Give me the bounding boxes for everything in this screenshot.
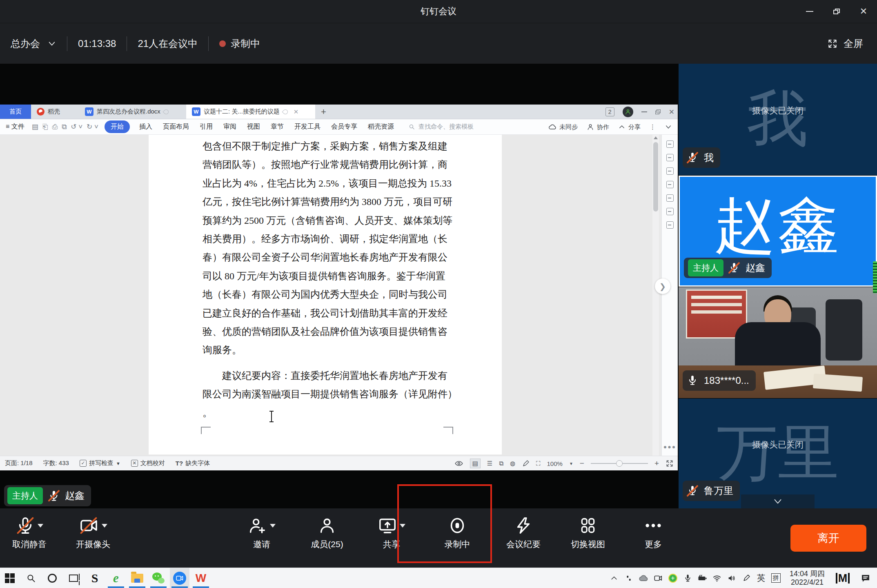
file-explorer-button[interactable] (127, 568, 147, 588)
new-tab-button[interactable]: + (315, 105, 332, 119)
ink-icon[interactable] (522, 460, 530, 468)
menu-file[interactable]: ≡ 文件 (6, 122, 24, 131)
tray-settings-icon[interactable] (621, 568, 636, 588)
cloud-sync-button[interactable]: 未同步 (548, 123, 578, 131)
start-button[interactable] (0, 568, 20, 588)
missing-font-button[interactable]: T? 缺失字体 (176, 459, 210, 467)
more-button[interactable]: 更多 (623, 514, 684, 550)
document-page[interactable]: 包含但不限于制定推广方案，采购方案，销售方案及组建 营销团队等）。按照地产行业常… (149, 135, 502, 454)
participant-tile-luwanli[interactable]: 万里 摄像头已关闭 鲁万里 (679, 399, 877, 508)
members-button[interactable]: 成员(25) (296, 514, 358, 550)
meeting-name-dropdown[interactable]: 总办会 (11, 37, 56, 50)
collaborate-button[interactable]: 协作 (587, 123, 609, 131)
zoom-percent[interactable]: 100% (547, 460, 563, 467)
web-view-icon[interactable]: ◍ (510, 460, 515, 467)
participant-tile-host[interactable]: 赵鑫 主持人 赵鑫 (679, 176, 877, 287)
caret-down-icon[interactable] (38, 524, 43, 528)
tray-wifi-icon[interactable] (710, 568, 724, 588)
menu-member[interactable]: 会员专享 (331, 122, 357, 131)
tray-m-app-icon[interactable]: M (831, 568, 854, 588)
maximize-restore-button[interactable] (823, 0, 850, 23)
ime-language-button[interactable]: 英 (754, 568, 768, 588)
caret-down-icon[interactable] (102, 524, 107, 528)
more-vertical-icon[interactable]: ⋮ (650, 123, 656, 131)
scrollbar-thumb[interactable] (653, 142, 658, 212)
wps-tab-document-1[interactable]: W 第四次总办会议程.docx (79, 105, 186, 119)
leave-meeting-button[interactable]: 离开 (790, 525, 866, 552)
action-center-button[interactable] (854, 568, 877, 588)
print-icon[interactable]: ⎙ (52, 123, 58, 131)
wechat-button[interactable] (149, 568, 168, 588)
eye-icon[interactable] (454, 459, 463, 468)
invite-button[interactable]: 邀请 (231, 514, 292, 550)
wps-account-avatar[interactable] (623, 107, 633, 117)
side-tool-icon[interactable] (666, 221, 674, 229)
camera-on-button[interactable]: 开摄像头 (62, 514, 124, 550)
side-tool-icon[interactable] (666, 167, 674, 175)
side-more-icon[interactable]: ●●● (662, 443, 678, 450)
wps-close-icon[interactable]: ✕ (669, 108, 674, 116)
tab-close-icon[interactable]: ✕ (294, 108, 299, 116)
tray-expand-button[interactable] (607, 568, 621, 588)
save-icon[interactable]: ▤ (32, 122, 38, 131)
cortana-button[interactable] (42, 568, 62, 588)
tray-battery-icon[interactable] (695, 568, 710, 588)
tray-cloud-icon[interactable] (636, 568, 651, 588)
meeting-minutes-button[interactable]: 会议纪要 (493, 514, 554, 550)
zoom-slider-thumb[interactable] (616, 460, 623, 467)
share-button[interactable]: 分享 (618, 123, 641, 131)
export-icon[interactable]: ⎗ (42, 123, 48, 131)
spell-check-toggle[interactable]: ✓ 拼写检查 ▼ (80, 459, 120, 467)
wps-tab-home[interactable]: 首页 (0, 105, 31, 119)
undo-icon[interactable]: ↺ ˅ (71, 122, 82, 131)
redo-icon[interactable]: ↻ ˅ (87, 122, 98, 131)
taskbar-clock[interactable]: 14:04 周四 2022/4/21 (783, 568, 831, 588)
wps-button[interactable]: W (191, 568, 211, 588)
wps-tab-docer[interactable]: 稻壳 (31, 105, 79, 119)
wps-tab-document-2-active[interactable]: W 议题十二: 关...接委托的议题 ✕ (186, 105, 315, 119)
tray-pen-icon[interactable] (739, 568, 754, 588)
side-tool-icon[interactable] (666, 208, 674, 215)
zoom-slider[interactable] (591, 463, 648, 464)
internet-explorer-button[interactable]: e (106, 568, 126, 588)
audio-level-scrollbar[interactable] (873, 261, 877, 293)
menu-section[interactable]: 章节 (271, 122, 284, 131)
panel-collapse-button[interactable]: ❯ (655, 278, 670, 294)
zoom-in-button[interactable]: + (654, 459, 659, 468)
close-button[interactable]: ✕ (850, 0, 877, 23)
side-tool-icon[interactable] (666, 181, 674, 188)
participant-tile-video[interactable]: 183****0... (679, 287, 877, 398)
page-view-mode-active[interactable]: ▤ (470, 459, 481, 468)
menu-docer-resources[interactable]: 稻壳资源 (368, 122, 394, 131)
wps-minimize-icon[interactable] (641, 111, 647, 112)
document-scrollbar[interactable] (652, 135, 659, 456)
fullscreen-doc-icon[interactable] (666, 459, 674, 468)
taskbar-search-button[interactable] (21, 568, 41, 588)
fullscreen-button[interactable]: 全屏 (827, 23, 863, 64)
side-tool-icon[interactable] (666, 154, 674, 161)
fit-page-icon[interactable]: ⛶ (536, 460, 541, 467)
tray-antivirus-icon[interactable]: + (666, 568, 680, 588)
tray-microphone-icon[interactable] (680, 568, 695, 588)
dingtalk-button-active[interactable] (170, 568, 189, 588)
unmute-button[interactable]: 取消静音 (0, 514, 60, 550)
side-tool-icon[interactable] (666, 194, 674, 202)
task-view-button[interactable] (64, 568, 83, 588)
menu-dev-tools[interactable]: 开发工具 (294, 122, 321, 131)
read-view-icon[interactable]: ⧉ (499, 460, 503, 467)
switch-view-button[interactable]: 切换视图 (557, 514, 619, 550)
preview-icon[interactable]: ⧉ (62, 123, 67, 131)
menu-references[interactable]: 引用 (200, 122, 213, 131)
scroll-more-participants-button[interactable] (741, 494, 815, 508)
caret-down-icon[interactable] (270, 524, 276, 528)
tray-volume-icon[interactable] (724, 568, 739, 588)
outline-view-icon[interactable]: ☰ (487, 460, 492, 467)
command-search[interactable]: 查找命令、搜索模板 (408, 123, 474, 131)
participant-tile-self[interactable]: 我 摄像头已关闭 我 (679, 64, 877, 175)
menu-start-active[interactable]: 开始 (105, 120, 130, 133)
ribbon-collapse-icon[interactable] (665, 123, 672, 131)
menu-review[interactable]: 审阅 (223, 122, 236, 131)
menu-page-layout[interactable]: 页面布局 (163, 122, 189, 131)
zoom-out-button[interactable]: − (580, 459, 584, 468)
minimize-button[interactable] (796, 0, 823, 23)
